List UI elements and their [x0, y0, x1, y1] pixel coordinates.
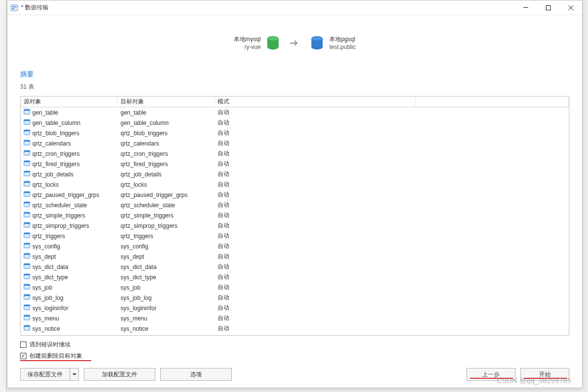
table-row[interactable]: qrtz_locksqrtz_locks自动	[21, 179, 569, 190]
svg-rect-48	[24, 305, 30, 306]
target-db-name: 本地pgsql	[329, 35, 356, 43]
source-object-name: qrtz_job_details	[32, 171, 74, 178]
table-row[interactable]: qrtz_scheduler_stateqrtz_scheduler_state…	[21, 200, 569, 210]
table-icon	[24, 119, 30, 127]
annotation-underline	[20, 360, 91, 361]
load-profile-button[interactable]: 加载配置文件	[84, 368, 155, 381]
table-icon	[24, 180, 30, 189]
save-profile-dropdown-icon[interactable]	[70, 368, 78, 380]
table-row[interactable]: sys_dict_typesys_dict_type自动	[21, 272, 569, 282]
table-body[interactable]: gen_tablegen_table自动gen_table_columngen_…	[21, 107, 569, 335]
table-row[interactable]: qrtz_simple_triggersqrtz_simple_triggers…	[21, 210, 569, 220]
table-header: 源对象 目标对象 模式	[21, 97, 569, 107]
target-object-name: qrtz_simple_triggers	[121, 212, 173, 219]
mode-value: 自动	[218, 191, 229, 199]
target-object-name: sys_menu	[121, 315, 147, 322]
target-object-name: qrtz_triggers	[121, 233, 153, 240]
table-icon	[24, 242, 30, 250]
table-icon	[24, 232, 30, 240]
svg-rect-44	[24, 284, 30, 286]
table-row[interactable]: qrtz_job_detailsqrtz_job_details自动	[21, 169, 569, 179]
table-row[interactable]: sys_menusys_menu自动	[21, 313, 569, 323]
target-object-name: qrtz_job_details	[121, 171, 162, 178]
continue-on-error-checkbox[interactable]: 遇到错误时继续	[20, 341, 569, 349]
mode-value: 自动	[218, 149, 229, 158]
table-icon	[24, 139, 30, 147]
table-icon	[24, 304, 30, 312]
table-row[interactable]: sys_jobsys_job自动	[21, 282, 569, 293]
table-row[interactable]: sys_deptsys_dept自动	[21, 251, 569, 262]
target-object-name: qrtz_scheduler_state	[121, 202, 175, 209]
source-object-name: gen_table	[32, 109, 58, 116]
svg-rect-3	[523, 7, 528, 8]
mode-value: 自动	[218, 108, 229, 117]
table-row[interactable]: qrtz_triggersqrtz_triggers自动	[21, 231, 569, 241]
table-row[interactable]: sys_noticesys_notice自动	[21, 323, 569, 334]
table-row[interactable]: qrtz_simprop_triggersqrtz_simprop_trigge…	[21, 220, 569, 231]
table-row[interactable]: qrtz_fired_triggersqrtz_fired_triggers自动	[21, 159, 569, 169]
table-icon	[24, 324, 30, 333]
table-icon	[24, 273, 30, 281]
target-object-name: gen_table_column	[121, 120, 169, 126]
source-object-name: qrtz_locks	[32, 181, 59, 188]
source-object-name: sys_job_log	[32, 294, 63, 301]
col-header-source[interactable]: 源对象	[21, 97, 118, 107]
table-row[interactable]: gen_tablegen_table自动	[21, 107, 569, 118]
maximize-button[interactable]	[537, 0, 560, 15]
close-button[interactable]	[560, 0, 582, 15]
target-object-name: qrtz_paused_trigger_grps	[121, 192, 188, 198]
target-object-name: sys_job	[121, 284, 141, 291]
database-icon	[311, 36, 323, 50]
source-object-name: qrtz_scheduler_state	[32, 202, 87, 209]
source-object-name: sys_dept	[32, 253, 56, 260]
svg-rect-24	[24, 181, 30, 183]
table-row[interactable]: sys_configsys_config自动	[21, 241, 569, 251]
mode-value: 自动	[218, 180, 229, 189]
svg-rect-26	[24, 192, 30, 193]
background-strip	[0, 0, 7, 392]
table-row[interactable]: sys_oper_logsys_oper_log自动	[21, 334, 569, 335]
target-object-name: qrtz_simprop_triggers	[121, 222, 177, 229]
mode-value: 自动	[218, 314, 229, 322]
table-icon	[24, 252, 30, 261]
col-header-mode[interactable]: 模式	[215, 97, 416, 107]
source-db-schema: ry-vue	[234, 43, 261, 51]
target-object-name: qrtz_blob_triggers	[121, 130, 168, 137]
summary-section: 摘要 31 表	[20, 70, 569, 96]
target-object-name: sys_dept	[121, 253, 144, 260]
options-button[interactable]: 选项	[160, 368, 232, 381]
source-object-name: sys_menu	[32, 315, 59, 322]
table-row[interactable]: sys_logininforsys_logininfor自动	[21, 303, 569, 313]
col-header-target[interactable]: 目标对象	[118, 97, 215, 107]
mode-value: 自动	[218, 283, 229, 292]
mode-value: 自动	[218, 294, 229, 302]
svg-rect-40	[24, 264, 30, 265]
table-row[interactable]: gen_table_columngen_table_column自动	[21, 118, 569, 128]
start-button[interactable]: 开始	[520, 368, 569, 381]
table-row[interactable]: qrtz_cron_triggersqrtz_cron_triggers自动	[21, 148, 569, 159]
svg-rect-32	[24, 222, 30, 224]
svg-rect-0	[11, 5, 18, 11]
annotation-underline	[524, 378, 567, 379]
table-row[interactable]: qrtz_calendarsqrtz_calendars自动	[21, 138, 569, 148]
previous-button[interactable]: 上一步	[466, 368, 515, 381]
mode-value: 自动	[218, 232, 229, 240]
source-db-block: 本地mysql ry-vue	[234, 35, 279, 51]
table-icon	[24, 314, 30, 322]
svg-rect-36	[24, 243, 30, 245]
table-icon	[24, 335, 30, 335]
table-row[interactable]: qrtz_blob_triggersqrtz_blob_triggers自动	[21, 128, 569, 138]
minimize-button[interactable]	[514, 0, 537, 15]
table-row[interactable]: sys_job_logsys_job_log自动	[21, 293, 569, 303]
target-object-name: sys_dict_data	[121, 264, 156, 270]
drop-before-create-checkbox[interactable]: 创建前删除目标对象	[20, 352, 569, 360]
mode-value: 自动	[218, 139, 229, 147]
mode-value: 自动	[218, 324, 229, 333]
table-icon	[24, 170, 30, 178]
source-object-name: qrtz_triggers	[32, 233, 65, 240]
table-row[interactable]: sys_dict_datasys_dict_data自动	[21, 262, 569, 272]
table-row[interactable]: qrtz_paused_trigger_grpsqrtz_paused_trig…	[21, 190, 569, 200]
save-profile-button[interactable]: 保存配置文件	[20, 368, 79, 381]
table-icon	[24, 149, 30, 158]
table-icon	[24, 221, 30, 230]
